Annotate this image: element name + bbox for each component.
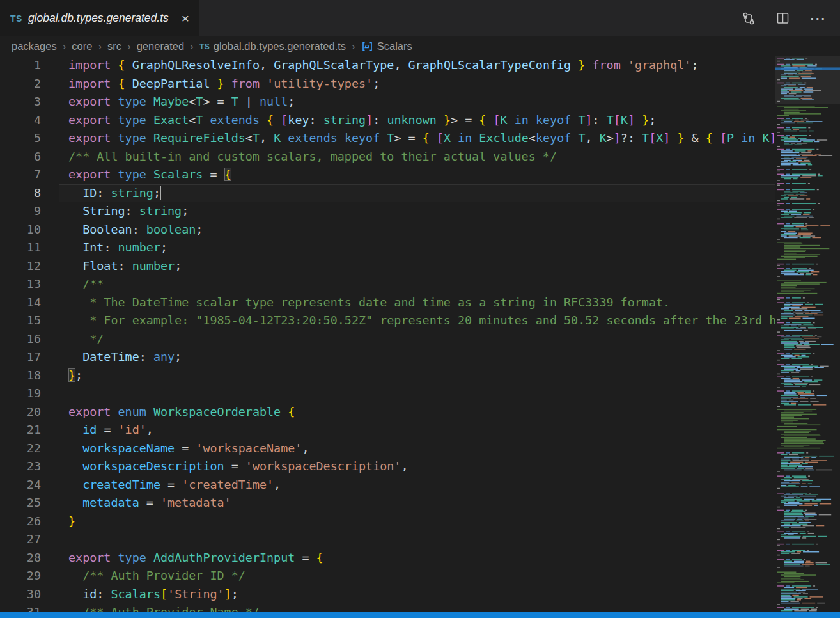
code-line[interactable]: 23 workspaceDescription = 'workspaceDesc…	[0, 457, 775, 476]
code-line[interactable]: 5export type RequireFields<T, K extends …	[0, 129, 775, 148]
breadcrumb-item-core[interactable]: core	[72, 40, 92, 52]
code-line[interactable]: 19	[0, 384, 775, 403]
line-number: 28	[0, 549, 41, 567]
line-number: 9	[0, 202, 41, 221]
symbol-type-icon	[361, 40, 373, 52]
line-number: 22	[0, 440, 41, 458]
code-line[interactable]: 6/** All built-in and custom scalars, ma…	[0, 148, 775, 166]
close-tab-icon[interactable]: ×	[178, 12, 193, 25]
line-number: 6	[0, 148, 41, 166]
code-line[interactable]: 13 /**	[0, 275, 775, 294]
breadcrumb-item-generated[interactable]: generated	[137, 40, 184, 52]
line-number: 25	[0, 494, 41, 512]
line-number: 13	[0, 275, 41, 294]
code-line[interactable]: 28export type AddAuthProviderInput = {	[0, 549, 775, 567]
code-line[interactable]: 22 workspaceName = 'workspaceName',	[0, 440, 775, 458]
code-line[interactable]: 30 id: Scalars['String'];	[0, 585, 775, 604]
code-line[interactable]: 7export type Scalars = {	[0, 166, 775, 184]
code-line[interactable]: 27	[0, 530, 775, 549]
breadcrumb-separator: ›	[63, 40, 66, 53]
breadcrumb-item-src[interactable]: src	[107, 40, 121, 52]
line-number: 24	[0, 476, 41, 495]
breadcrumb-item-packages[interactable]: packages	[12, 40, 57, 52]
text-cursor	[160, 186, 161, 200]
breadcrumb-item-symbol[interactable]: Scalars	[377, 40, 412, 52]
code-line[interactable]: 1import { GraphQLResolveInfo, GraphQLSca…	[0, 56, 775, 75]
breadcrumb-separator: ›	[190, 40, 194, 53]
line-number: 8	[0, 184, 41, 203]
code-line[interactable]: 15 * For example: "1985-04-12T23:20:50.5…	[0, 312, 775, 330]
line-number: 2	[0, 75, 41, 93]
code-line[interactable]: 9 String: string;	[0, 202, 775, 221]
more-actions-icon[interactable]: ⋯	[809, 12, 826, 25]
line-number: 3	[0, 93, 41, 111]
code-line[interactable]: 3export type Maybe<T> = T | null;	[0, 93, 775, 111]
split-editor-icon[interactable]	[775, 11, 790, 26]
line-number: 20	[0, 403, 41, 422]
code-line[interactable]: 29 /** Auth Provider ID */	[0, 567, 775, 585]
open-changes-icon[interactable]	[741, 11, 756, 26]
line-number: 5	[0, 129, 41, 148]
line-number: 30	[0, 585, 41, 604]
line-number: 26	[0, 512, 41, 531]
code-area: 1import { GraphQLResolveInfo, GraphQLSca…	[0, 56, 775, 618]
code-line[interactable]: 26}	[0, 512, 775, 531]
line-number: 27	[0, 530, 41, 549]
code-line[interactable]: 11 Int: number;	[0, 239, 775, 257]
typescript-file-icon: TS	[10, 13, 22, 24]
line-number: 7	[0, 166, 41, 184]
line-number: 18	[0, 367, 41, 385]
line-number: 19	[0, 384, 41, 403]
line-number: 1	[0, 56, 41, 75]
code-line[interactable]: 21 id = 'id',	[0, 421, 775, 440]
tab-global-db-types-generated[interactable]: TS global.db.types.generated.ts ×	[0, 0, 199, 36]
status-bar	[0, 612, 840, 618]
tab-bar: TS global.db.types.generated.ts × ⋯	[0, 0, 840, 36]
breadcrumb-separator: ›	[352, 40, 355, 53]
editor-actions: ⋯	[741, 0, 840, 36]
breadcrumb-item-file[interactable]: global.db.types.generated.ts	[214, 40, 346, 52]
code-line[interactable]: 12 Float: number;	[0, 257, 775, 276]
line-number: 16	[0, 330, 41, 349]
breadcrumb-separator: ›	[127, 40, 131, 53]
code-lines: 1import { GraphQLResolveInfo, GraphQLSca…	[0, 56, 775, 618]
line-number: 10	[0, 221, 41, 239]
line-number: 12	[0, 257, 41, 276]
minimap[interactable]	[775, 56, 840, 618]
code-line[interactable]: 4export type Exact<T extends { [key: str…	[0, 111, 775, 130]
code-line[interactable]: 25 metadata = 'metadata'	[0, 494, 775, 512]
line-number: 15	[0, 312, 41, 330]
line-number: 11	[0, 239, 41, 257]
line-number: 29	[0, 567, 41, 585]
vscode-window: { "tab": { "title": "global.db.types.gen…	[0, 0, 840, 618]
code-line[interactable]: 17 DateTime: any;	[0, 348, 775, 367]
code-line[interactable]: 16 */	[0, 330, 775, 349]
typescript-file-icon: TS	[199, 42, 210, 51]
code-line[interactable]: 10 Boolean: boolean;	[0, 221, 775, 239]
line-number: 4	[0, 111, 41, 130]
line-number: 17	[0, 348, 41, 367]
line-number: 14	[0, 294, 41, 312]
code-line[interactable]: 18};	[0, 367, 775, 385]
line-number: 21	[0, 421, 41, 440]
code-editor: 1import { GraphQLResolveInfo, GraphQLSca…	[0, 56, 840, 618]
line-number: 23	[0, 457, 41, 476]
code-line[interactable]: 14 * The DateTime scalar type represents…	[0, 294, 775, 312]
code-line[interactable]: 8 ID: string;	[0, 184, 775, 203]
tab-title: global.db.types.generated.ts	[28, 12, 173, 25]
code-line[interactable]: 20export enum WorkspaceOrderable {	[0, 403, 775, 422]
code-line[interactable]: 2import { DeepPartial } from 'utility-ty…	[0, 75, 775, 93]
code-line[interactable]: 24 createdTime = 'createdTime',	[0, 476, 775, 495]
breadcrumb: packages › core › src › generated › TS g…	[0, 36, 840, 56]
breadcrumb-separator: ›	[98, 40, 102, 53]
